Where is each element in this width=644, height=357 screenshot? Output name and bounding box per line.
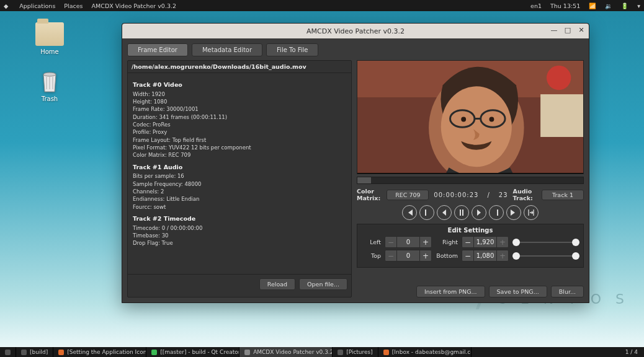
desktop-trash[interactable]: Trash <box>30 69 69 102</box>
taskbar: [build][Setting the Application Icon | Q… <box>0 347 644 357</box>
app-icon <box>244 350 250 355</box>
bottom-inc-button[interactable]: + <box>497 250 508 261</box>
blur-button[interactable]: Blur... <box>551 286 584 298</box>
folder-icon <box>35 22 64 46</box>
svg-point-6 <box>441 86 512 167</box>
window-title: AMCDX Video Patcher v0.3.2 <box>306 27 405 35</box>
horiz-slider[interactable] <box>512 238 579 247</box>
tracks-info: Track #0 Video Width: 1920 Height: 1080 … <box>128 73 351 274</box>
svg-point-10 <box>461 117 466 122</box>
tab-frame-editor[interactable]: Frame Editor <box>127 43 188 56</box>
taskbar-item-2[interactable]: [[master] - build - Qt Creator <box>146 347 239 357</box>
taskbar-item-4[interactable]: [Pictures] <box>333 347 378 357</box>
taskbar-item-label: [Inbox - dabeatesb@gmail.com - Gm… <box>392 349 472 355</box>
bottom-label: Bottom <box>436 252 458 259</box>
bottom-dec-button[interactable]: − <box>462 250 473 261</box>
right-inc-button[interactable]: + <box>497 237 508 247</box>
power-icon[interactable]: ▾ <box>637 2 640 9</box>
volume-icon[interactable]: 🔉 <box>605 2 612 9</box>
taskbar-item-label: AMCDX Video Patcher v0.3.2 <box>253 349 333 355</box>
pause-button[interactable] <box>454 205 469 220</box>
network-icon[interactable]: 📶 <box>589 2 596 9</box>
go-start-button[interactable] <box>402 205 417 220</box>
left-inc-button[interactable]: + <box>420 237 431 247</box>
taskbar-item-3[interactable]: AMCDX Video Patcher v0.3.2 <box>239 347 333 357</box>
timeline-scrubber[interactable] <box>357 177 584 184</box>
track-timecode-title: Track #2 Timecode <box>133 214 346 223</box>
audio-track-label: Audio Track: <box>513 188 537 201</box>
taskbar-item-5[interactable]: [Inbox - dabeatesb@gmail.com - Gm… <box>378 347 472 357</box>
activities-icon[interactable]: ◆ <box>4 2 8 9</box>
left-stepper[interactable]: − + <box>385 236 432 248</box>
right-dec-button[interactable]: − <box>462 237 473 247</box>
main-tabs: Frame Editor Metadata Editor File To Fil… <box>127 43 584 56</box>
clock[interactable]: Thu 13:51 <box>550 2 580 9</box>
window-close-button[interactable]: ✕ <box>578 26 585 33</box>
edit-settings-panel: Edit Settings Left − + Right − + <box>357 224 584 268</box>
right-panel: Color Matrix: REC 709 00:00:00:23 / 23 A… <box>357 60 584 298</box>
filepath-label: /home/alex.mogrurenko/Downloads/16bit_au… <box>128 61 351 73</box>
top-dec-button[interactable]: − <box>385 250 396 261</box>
taskbar-item-0[interactable]: [build] <box>16 347 53 357</box>
top-stepper[interactable]: − + <box>385 250 432 262</box>
svg-point-3 <box>547 66 571 90</box>
svg-point-0 <box>43 73 56 76</box>
app-icon <box>151 350 157 355</box>
window-minimize-button[interactable]: — <box>550 26 558 33</box>
svg-point-11 <box>489 117 494 122</box>
prev-frame-button[interactable] <box>437 205 452 220</box>
timeline-progress <box>357 177 371 183</box>
taskbar-item-label: [Setting the Application Icon | Qt 5… <box>67 349 146 355</box>
mark-in-button[interactable] <box>419 205 434 220</box>
top-label: Top <box>361 252 381 259</box>
gnome-topbar: ◆ Applications Places AMCDX Video Patche… <box>0 0 644 11</box>
reload-button[interactable]: Reload <box>259 278 295 290</box>
menu-places[interactable]: Places <box>64 2 83 9</box>
track-audio-title: Track #1 Audio <box>133 163 346 172</box>
insert-from-png-button[interactable]: Insert from PNG... <box>416 286 485 298</box>
taskbar-show-desktop[interactable] <box>0 347 16 357</box>
battery-icon[interactable]: 🔋 <box>621 2 628 9</box>
tab-file-to-file[interactable]: File To File <box>266 43 318 56</box>
loop-button[interactable] <box>524 205 539 220</box>
transport-controls <box>357 205 584 220</box>
audio-track-select[interactable]: Track 1 <box>542 190 584 200</box>
tab-metadata-editor[interactable]: Metadata Editor <box>192 43 262 56</box>
taskbar-item-1[interactable]: [Setting the Application Icon | Qt 5… <box>53 347 146 357</box>
menu-appname[interactable]: AMCDX Video Patcher v0.3.2 <box>92 2 176 9</box>
right-stepper[interactable]: − + <box>462 236 509 248</box>
color-matrix-label: Color Matrix: <box>357 188 382 201</box>
color-matrix-select[interactable]: REC 709 <box>387 190 429 200</box>
bottom-stepper[interactable]: − + <box>462 250 509 262</box>
video-preview[interactable] <box>357 60 584 174</box>
desktop-home[interactable]: Home <box>30 22 69 55</box>
vert-slider[interactable] <box>512 252 579 260</box>
trash-icon <box>35 69 64 93</box>
window-maximize-button[interactable]: □ <box>564 26 571 33</box>
next-frame-button[interactable] <box>472 205 486 220</box>
open-file-button[interactable]: Open file... <box>299 278 347 290</box>
desktop-home-label: Home <box>30 48 69 55</box>
video-frame-image <box>357 61 583 173</box>
desktop-trash-label: Trash <box>30 95 69 102</box>
left-input[interactable] <box>396 237 420 247</box>
track-video-title: Track #0 Video <box>133 81 346 89</box>
top-input[interactable] <box>396 250 420 261</box>
bottom-input[interactable] <box>473 250 497 261</box>
taskbar-item-label: [[master] - build - Qt Creator <box>160 349 239 355</box>
left-dec-button[interactable]: − <box>385 237 396 247</box>
top-inc-button[interactable]: + <box>420 250 431 261</box>
right-input[interactable] <box>473 237 497 247</box>
go-end-button[interactable] <box>506 205 521 220</box>
save-to-png-button[interactable]: Save to PNG... <box>489 286 547 298</box>
mark-out-button[interactable] <box>489 205 504 220</box>
app-icon <box>383 350 389 355</box>
lang-indicator[interactable]: en1 <box>530 2 542 9</box>
svg-rect-4 <box>540 94 583 137</box>
menu-applications[interactable]: Applications <box>19 2 55 9</box>
app-icon <box>338 350 343 355</box>
workspace-indicator[interactable]: 1 / 4 <box>619 347 644 357</box>
app-icon <box>21 350 27 355</box>
left-label: Left <box>361 239 381 245</box>
window-titlebar[interactable]: AMCDX Video Patcher v0.3.2 — □ ✕ <box>122 24 589 38</box>
